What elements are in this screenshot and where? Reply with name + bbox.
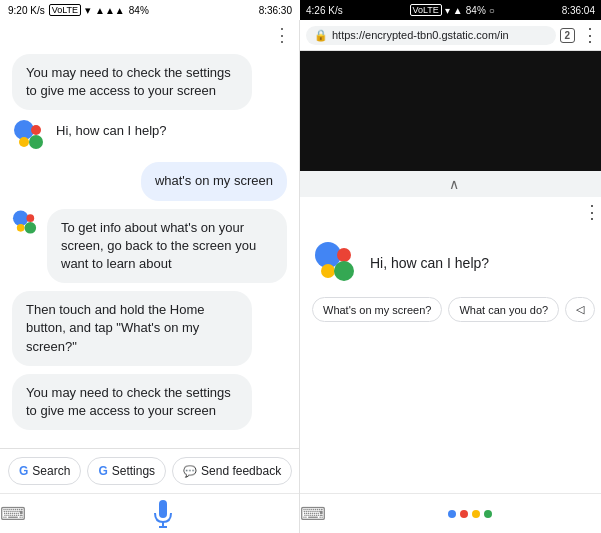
chip-what-can-you-do[interactable]: What can you do? — [448, 297, 559, 322]
browser-more-icon[interactable]: ⋮ — [579, 24, 601, 46]
left-speed: 9:20 K/s — [8, 5, 45, 16]
more-options-icon[interactable]: ⋮ — [273, 26, 291, 44]
left-battery: 84% — [129, 5, 149, 16]
user-bubble: what's on my screen — [141, 162, 287, 200]
google-g-icon: G — [19, 464, 28, 478]
feedback-button[interactable]: 💬 Send feedback — [172, 457, 292, 485]
search-label: Search — [32, 464, 70, 478]
right-wifi-icon: ▾ — [445, 5, 450, 16]
svg-point-5 — [26, 214, 34, 222]
dot-green — [484, 510, 492, 518]
svg-rect-8 — [159, 500, 167, 518]
assistant-bubble-3: Then touch and hold the Home button, and… — [12, 291, 252, 366]
feedback-label: Send feedback — [201, 464, 281, 478]
right-keyboard-icon[interactable]: ⌨ — [300, 503, 326, 525]
left-status-bar: 9:20 K/s VoLTE ▾ ▲▲▲ 84% 8:36:30 — [0, 0, 300, 20]
left-header: ⋮ — [0, 20, 299, 44]
right-status-bar: 4:26 K/s VoLTE ▾ ▲ 84% ○ 8:36:04 — [300, 0, 601, 20]
google-g-settings-icon: G — [98, 464, 107, 478]
assistant-bubble-1: You may need to check the settings to gi… — [12, 54, 252, 110]
left-bottom-nav: ⌨ — [0, 493, 299, 533]
right-greeting-row: Hi, how can I help? — [312, 239, 595, 287]
assistant-card: Hi, how can I help? What's on my screen?… — [300, 227, 601, 493]
svg-point-1 — [31, 125, 41, 135]
url-text: https://encrypted-tbn0.gstatic.com/in — [332, 29, 509, 41]
browser-bottom-bar: ∧ — [300, 171, 601, 197]
chat-area: You may need to check the settings to gi… — [0, 44, 299, 448]
svg-point-6 — [17, 224, 25, 232]
chip-share[interactable]: ◁ — [565, 297, 595, 322]
svg-point-3 — [29, 135, 43, 149]
right-greeting-text: Hi, how can I help? — [370, 255, 489, 271]
svg-point-12 — [337, 248, 351, 262]
google-logo-icon — [12, 118, 48, 154]
assistant-bubble-4: You may need to check the settings to gi… — [12, 374, 252, 430]
browser-bar: 🔒 https://encrypted-tbn0.gstatic.com/in … — [300, 20, 601, 51]
chip-whats-on-screen[interactable]: What's on my screen? — [312, 297, 442, 322]
dot-blue — [448, 510, 456, 518]
assistant-bubble-2: To get info about what's on your screen,… — [47, 209, 287, 284]
assistant-greeting-row: Hi, how can I help? — [12, 118, 287, 154]
right-more-icon[interactable]: ⋮ — [583, 201, 601, 223]
tab-count[interactable]: 2 — [560, 28, 576, 43]
search-button[interactable]: G Search — [8, 457, 81, 485]
google-logo-small-icon — [12, 209, 39, 237]
right-time: 8:36:04 — [562, 5, 595, 16]
mic-button[interactable] — [147, 498, 179, 530]
settings-button[interactable]: G Settings — [87, 457, 166, 485]
dot-yellow — [472, 510, 480, 518]
right-bottom-nav: ⌨ — [300, 493, 601, 533]
svg-point-4 — [13, 210, 28, 225]
browser-content — [300, 51, 601, 171]
google-dots — [448, 510, 492, 518]
url-bar[interactable]: 🔒 https://encrypted-tbn0.gstatic.com/in — [306, 26, 556, 45]
right-dots-area: ⋮ — [300, 197, 601, 227]
signal-icon: ▲▲▲ — [95, 5, 125, 16]
right-battery: 84% — [466, 5, 486, 16]
svg-point-7 — [25, 222, 37, 234]
assistant-hi-bubble: Hi, how can I help? — [56, 118, 167, 144]
assistant-response-row: To get info about what's on your screen,… — [12, 209, 287, 284]
suggestion-chips: What's on my screen? What can you do? ◁ — [312, 297, 595, 322]
left-time: 8:36:30 — [259, 5, 292, 16]
wifi-icon: ▾ — [85, 4, 91, 17]
left-volte: VoLTE — [49, 4, 81, 16]
feedback-icon: 💬 — [183, 465, 197, 478]
bottom-action-bar: G Search G Settings 💬 Send feedback — [0, 448, 299, 493]
lock-icon: 🔒 — [314, 29, 328, 42]
settings-label: Settings — [112, 464, 155, 478]
dot-red — [460, 510, 468, 518]
svg-point-2 — [19, 137, 29, 147]
chevron-up-icon[interactable]: ∧ — [449, 176, 459, 192]
right-signal-icon: ▲ — [453, 5, 463, 16]
right-speed: 4:26 K/s — [306, 5, 343, 16]
right-volte: VoLTE — [410, 4, 442, 16]
mic-icon — [153, 500, 173, 528]
keyboard-icon[interactable]: ⌨ — [0, 503, 26, 525]
svg-point-13 — [321, 264, 335, 278]
svg-point-14 — [334, 261, 354, 281]
alarm-icon: ○ — [489, 5, 495, 16]
google-assistant-logo — [312, 239, 360, 287]
